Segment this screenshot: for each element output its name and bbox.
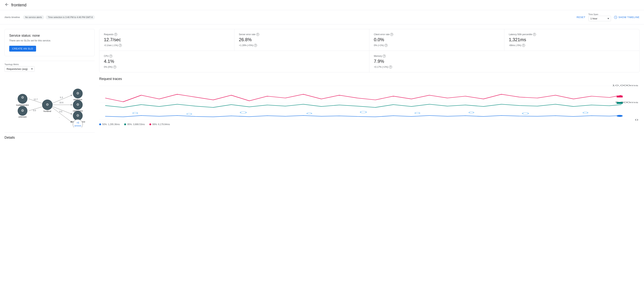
traces-title: Request traces <box>99 77 640 81</box>
reset-button[interactable]: RESET <box>576 16 586 19</box>
node-loadgenerator-label: loadgenerator <box>16 104 29 106</box>
legend-99: 99%: 6,179.84ms <box>149 123 170 126</box>
latency-delta-info-icon[interactable]: ? <box>522 44 525 47</box>
edge-frontend-checkout <box>51 106 72 114</box>
legend-50: 50%: 1,295.36ms <box>99 123 120 126</box>
trace-dot <box>240 112 246 113</box>
legend-95-label: 95%: 3,888.53ms <box>127 123 145 126</box>
topology-metric-select[interactable]: Requests/sec (avg) Error rate Latency <box>4 66 34 72</box>
details-title: Details <box>4 136 95 139</box>
metric-cpu-delta: 0% (0%) ? <box>104 65 365 68</box>
legend-99-label: 99%: 6,179.84ms <box>152 123 170 126</box>
metrics-container: Requests ? 12.7/sec -0.1/sec (-1%) ? Ser… <box>99 29 640 72</box>
create-slo-button[interactable]: CREATE AN SLO <box>9 46 36 52</box>
y-min-label: 0 <box>635 119 638 121</box>
no-alerts-badge: No service alerts <box>23 15 44 19</box>
cpu-delta-info-icon[interactable]: ? <box>113 65 116 68</box>
latency-info-icon[interactable]: ? <box>533 33 536 36</box>
timeline-icon <box>614 16 617 19</box>
timespan-label: Time Span <box>588 13 611 16</box>
server-error-delta-info-icon[interactable]: ? <box>254 44 257 47</box>
timespan-select[interactable]: 1 hour 6 hours 24 hours 7 days <box>588 16 611 21</box>
metric-client-error-header: Client error rate ? <box>374 33 500 36</box>
request-traces-section: Request traces 10,000ms 5,000ms 0 <box>99 77 640 126</box>
node-loadgenerator-icon: ⚙ <box>21 96 24 99</box>
metric-memory-label: Memory <box>374 55 382 57</box>
metric-server-error-header: Server error rate ? <box>239 33 365 36</box>
alerts-bar: Alerts timeline No service alerts Time s… <box>0 10 644 25</box>
metrics-top-row: Requests ? 12.7/sec -0.1/sec (-1%) ? Ser… <box>100 29 639 51</box>
metric-latency-value: 1,321ms <box>509 37 635 42</box>
edge-label-unknown: 0.0 <box>33 109 36 112</box>
server-error-info-icon[interactable]: ? <box>256 33 259 36</box>
metric-requests-header: Requests ? <box>104 33 230 36</box>
metric-cpu-label: CPU <box>104 55 108 57</box>
metric-latency: Latency 50th percentile ? 1,321ms -68ms … <box>504 29 640 51</box>
topology-graph: 12.7 0.0 5.3 10.6 0.5 - <box>4 75 95 128</box>
edge-frontend-more <box>51 107 72 122</box>
node-cartservice-icon: ⚙ <box>76 103 79 106</box>
metric-cpu-value: 4.1% <box>104 59 365 64</box>
service-status-card: Service status: none There are no SLOs s… <box>4 29 95 56</box>
metric-client-error-delta: 0% (+1%) ? <box>374 44 500 47</box>
legend-99-dot <box>149 123 151 125</box>
requests-info-icon[interactable]: ? <box>114 33 117 36</box>
details-section: Details <box>4 132 95 139</box>
status-description: There are no SLOs set for this service. <box>9 39 90 42</box>
metric-latency-label: Latency 50th percentile <box>509 33 532 36</box>
node-adservice-icon: ⚙ <box>76 91 79 95</box>
metric-requests-value: 12.7/sec <box>104 37 230 42</box>
client-error-delta-info-icon[interactable]: ? <box>384 44 388 47</box>
page-header: frontend <box>0 0 644 10</box>
metric-client-error: Client error rate ? 0.0% 0% (+1%) ? <box>369 29 504 51</box>
metric-memory-value: 7.9% <box>374 59 635 64</box>
traces-legend: 50%: 1,295.36ms 95%: 3,888.53ms 99%: 6,1… <box>99 123 640 126</box>
node-unknown-label: unknown <box>18 116 27 118</box>
trace-dot <box>133 112 138 114</box>
topology-svg: 12.7 0.0 5.3 10.6 0.5 - <box>4 75 91 127</box>
metric-client-error-label: Client error rate <box>374 33 390 36</box>
legend-95: 95%: 3,888.53ms <box>124 123 145 126</box>
alerts-label: Alerts timeline <box>4 16 20 19</box>
memory-delta-info-icon[interactable]: ? <box>389 65 392 68</box>
node-more-label: +5 <box>76 121 79 124</box>
edge-label-more: - <box>59 116 60 118</box>
trace-99-endpoint <box>617 96 623 97</box>
show-timeline-button[interactable]: SHOW TIMELINE <box>614 16 640 19</box>
cpu-info-icon[interactable]: ? <box>109 55 112 58</box>
status-title: Service status: none <box>9 34 90 38</box>
node-frontend-label: frontend <box>44 110 51 112</box>
edge-unknown-frontend <box>28 106 44 111</box>
edge-label-cart: 10.6 <box>59 101 63 104</box>
metric-cpu-header: CPU ? <box>104 55 365 58</box>
metric-cpu: CPU ? 4.1% 0% (0%) ? <box>100 51 369 72</box>
trace-dot <box>469 112 474 113</box>
right-panel: Requests ? 12.7/sec -0.1/sec (-1%) ? Ser… <box>99 29 640 139</box>
node-frontend-icon: ⚙ <box>46 103 49 106</box>
back-button[interactable] <box>4 2 9 8</box>
metric-requests-delta: -0.1/sec (-1%) ? <box>104 44 230 47</box>
traces-chart: 10,000ms 5,000ms 0 <box>99 84 640 121</box>
metric-latency-header: Latency 50th percentile ? <box>509 33 635 36</box>
trace-50-line <box>105 115 622 117</box>
main-content: Service status: none There are no SLOs s… <box>0 25 644 144</box>
client-error-info-icon[interactable]: ? <box>390 33 393 36</box>
legend-50-label: 50%: 1,295.36ms <box>102 123 120 126</box>
left-panel: Service status: none There are no SLOs s… <box>4 29 95 139</box>
y-max-label: 10,000ms <box>612 84 638 87</box>
metric-latency-delta: -68ms (-5%) ? <box>509 44 635 47</box>
trace-dot <box>522 112 528 114</box>
page-title: frontend <box>11 3 26 8</box>
metrics-bottom-row: CPU ? 4.1% 0% (0%) ? Memory ? 7.9% <box>100 51 639 72</box>
traces-svg: 10,000ms 5,000ms 0 <box>99 84 640 121</box>
time-selection-badge: Time selection is 3:46 PM to 4:46 PM GMT… <box>46 15 95 19</box>
trace-dot <box>583 112 588 113</box>
memory-info-icon[interactable]: ? <box>383 55 386 58</box>
legend-95-dot <box>124 123 126 125</box>
topology-select-wrapper: Requests/sec (avg) Error rate Latency <box>4 66 34 72</box>
timespan-group: Time Span 1 hour 6 hours 24 hours 7 days <box>588 13 611 21</box>
requests-delta-info-icon[interactable]: ? <box>119 44 122 47</box>
node-unknown-icon: ⚙ <box>21 109 24 112</box>
trace-99-line <box>105 94 622 102</box>
edge-label-checkout: 0.5 <box>59 110 62 113</box>
